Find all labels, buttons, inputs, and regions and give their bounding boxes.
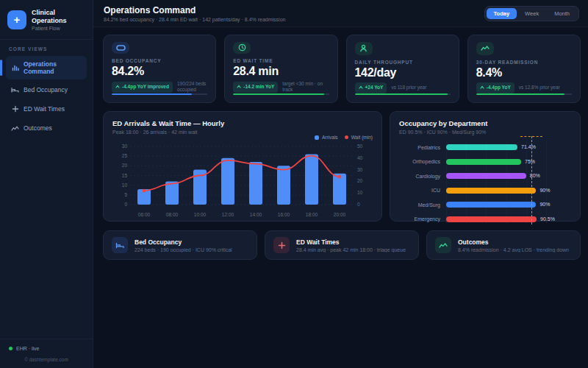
dept-row-medsurg: Med/Surg 90% (399, 201, 571, 208)
kpi-value: 8.4% (476, 66, 572, 79)
dept-label: ICU (399, 188, 440, 193)
kpi-card-readmission: 30-DAY READMISSION 8.4% -4.4pp YoY vs 12… (467, 35, 581, 103)
kpi-trend-badge: -4.4pp YoY (476, 82, 514, 93)
dept-bar-fill (446, 188, 536, 194)
kpi-card-bed-occupancy: BED OCCUPANCY 84.2% -4.4pp YoY improved … (103, 35, 216, 103)
kpi-progress-fill (233, 93, 324, 95)
svg-text:20: 20 (122, 163, 128, 168)
dept-bar-fill (446, 202, 536, 208)
svg-text:20:00: 20:00 (334, 212, 346, 217)
summary-subtitle: 224 beds · 190 occupied · ICU 90% critic… (135, 247, 232, 252)
kpi-progress-track (476, 93, 572, 95)
sidebar-section-label: CORE VIEWS (0, 46, 93, 56)
dept-bar-fill (446, 216, 537, 222)
sidebar-item-ed-wait-times[interactable]: ED Wait Times (6, 101, 87, 118)
summary-card-bed-occupancy[interactable]: Bed Occupancy 224 beds · 190 occupied · … (103, 230, 257, 260)
svg-text:0: 0 (124, 202, 127, 207)
dept-value: 71.4% (521, 144, 536, 151)
chart-title: ED Arrivals & Wait Time — Hourly (112, 119, 373, 127)
svg-text:16:00: 16:00 (278, 212, 290, 217)
sidebar-item-operations-command[interactable]: Operations Command (6, 56, 87, 79)
kpi-trend-badge: -14.2 min YoY (233, 82, 278, 93)
range-week-button[interactable]: Week (517, 8, 546, 19)
dept-bar-fill (446, 144, 517, 150)
summary-subtitle: 8.4% readmission · 4.2 avg LOS · trendin… (458, 247, 569, 252)
svg-text:10: 10 (122, 183, 128, 188)
svg-text:12:00: 12:00 (222, 212, 234, 217)
content: BED OCCUPANCY 84.2% -4.4pp YoY improved … (93, 27, 588, 368)
summary-title: ED Wait Times (296, 238, 406, 246)
kpi-progress-track (233, 93, 329, 95)
svg-text:0: 0 (357, 202, 360, 207)
department-bars: Pediatrics 71.4% Orthopedics 75% Cardiol… (399, 144, 571, 223)
sidebar-item-label: Operations Command (24, 60, 82, 75)
svg-text:10: 10 (357, 190, 363, 195)
kpi-label: BED OCCUPANCY (112, 58, 207, 63)
svg-text:08:00: 08:00 (166, 212, 179, 217)
live-status-dot-icon (9, 347, 12, 350)
range-month-button[interactable]: Month (547, 8, 577, 19)
app-root: + Clinical Operations Patient Flow CORE … (0, 0, 588, 368)
dept-gridline (486, 141, 487, 223)
sidebar-footer: EHR · live © dashtemplate.com (0, 339, 93, 368)
kpi-card-ed-wait-time: ED WAIT TIME 28.4 min -14.2 min YoY targ… (224, 35, 337, 103)
clock-icon (233, 42, 251, 54)
svg-text:30: 30 (357, 167, 363, 172)
dept-label: Pediatrics (399, 145, 440, 150)
kpi-progress-track (112, 93, 207, 95)
summary-title: Bed Occupancy (135, 238, 232, 246)
sidebar-item-bed-occupancy[interactable]: Bed Occupancy (6, 82, 87, 99)
bed-icon (112, 42, 129, 54)
chart-legend: Arrivals Wait (min) (315, 135, 373, 140)
sidebar-item-outcomes[interactable]: Outcomes (6, 120, 87, 137)
sidebar-nav: Operations Command Bed Occupancy ED Wait… (0, 56, 93, 137)
svg-text:30: 30 (122, 144, 128, 149)
kpi-trend-badge: +24 YoY (355, 82, 387, 93)
dept-gridline (506, 141, 507, 223)
sidebar: + Clinical Operations Patient Flow CORE … (0, 0, 93, 368)
bed-icon (112, 237, 128, 253)
dept-value: 90.5% (540, 216, 555, 223)
dept-bar-track: 90% (446, 187, 571, 194)
summary-title: Outcomes (458, 238, 569, 246)
kpi-label: DAILY THROUGHPUT (355, 60, 451, 65)
copyright: © dashtemplate.com (9, 357, 84, 362)
svg-text:15: 15 (122, 173, 128, 178)
plus-icon (11, 105, 19, 113)
svg-text:25: 25 (122, 153, 128, 158)
dept-label: Med/Surg (399, 202, 440, 208)
kpi-note: 190/224 beds occupied (177, 81, 207, 94)
range-today-button[interactable]: Today (487, 8, 517, 19)
summary-card-outcomes[interactable]: Outcomes 8.4% readmission · 4.2 avg LOS … (426, 230, 581, 260)
occupancy-threshold-cap (520, 136, 542, 137)
sidebar-divider (0, 39, 93, 40)
dept-bar-fill (446, 173, 526, 179)
svg-text:5: 5 (124, 192, 127, 197)
app-title: Clinical Operations (32, 9, 85, 25)
dept-row-cardiology: Cardiology 80% (399, 172, 571, 180)
kpi-note: vs 118 prior year (391, 85, 450, 91)
bed-icon (11, 86, 19, 94)
main-area: Operations Command 84.2% bed occupancy ·… (93, 0, 588, 368)
medical-cross-icon (273, 237, 290, 253)
summary-card-ed-wait-times[interactable]: ED Wait Times 28.4 min avg · peak 42 min… (265, 230, 419, 260)
page-title: Operations Command (104, 5, 285, 15)
chart-title: Occupancy by Department (399, 119, 571, 127)
ehr-status-label: EHR · live (16, 346, 40, 351)
logo-row: + Clinical Operations Patient Flow (0, 0, 93, 39)
dept-value: 90% (539, 201, 550, 208)
trend-up-icon (237, 85, 241, 88)
trend-up-icon (480, 85, 484, 89)
dept-label: Emergency (399, 216, 440, 222)
chart-subtitle: ED 90.5% · ICU 90% · Med/Surg 90% (399, 130, 571, 135)
kpi-value: 28.4 min (233, 65, 329, 78)
kpi-card-daily-throughput: DAILY THROUGHPUT 142/day +24 YoY vs 118 … (346, 35, 459, 103)
app-subtitle: Patient Flow (32, 26, 85, 31)
dept-value: 75% (525, 158, 535, 166)
svg-text:40: 40 (357, 155, 363, 160)
dept-row-emergency: Emergency 90.5% (399, 216, 571, 223)
time-range-segmented-control: Today Week Month (484, 6, 579, 21)
hourly-bar-line-chart: 0510152025300102030405006:0008:0010:0012… (112, 141, 374, 219)
wait-swatch-icon (345, 135, 348, 139)
dept-bar-track: 75% (446, 158, 571, 166)
